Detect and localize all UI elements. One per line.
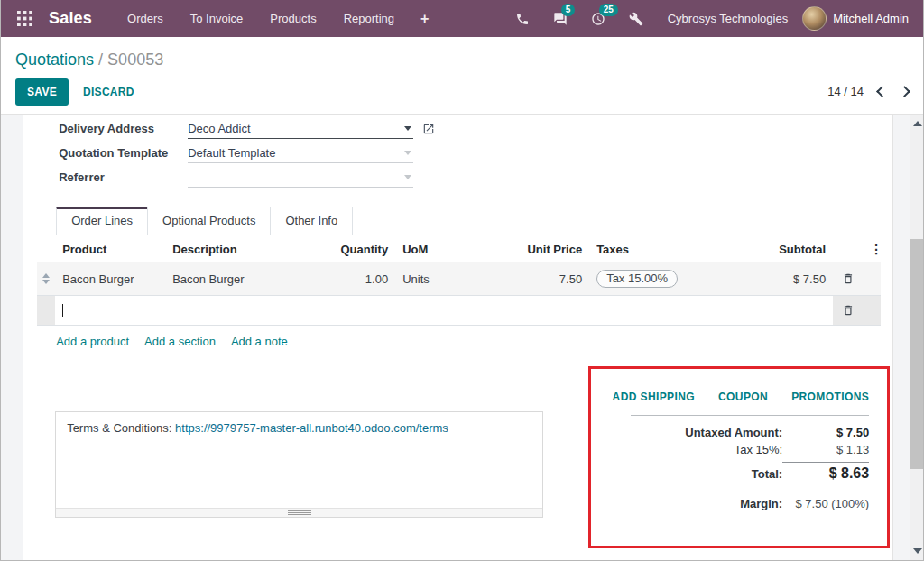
app-name[interactable]: Sales bbox=[49, 9, 92, 28]
add-a-product-link[interactable]: Add a product bbox=[56, 335, 129, 348]
user-avatar[interactable] bbox=[802, 6, 827, 31]
scroll-up-icon[interactable] bbox=[913, 121, 922, 126]
tab-optional-products[interactable]: Optional Products bbox=[147, 207, 271, 235]
phone-icon[interactable] bbox=[504, 12, 541, 26]
unit-price-column-header[interactable]: Unit Price bbox=[485, 235, 589, 262]
chevron-down-icon[interactable] bbox=[404, 175, 411, 179]
unit-price-cell[interactable]: 7.50 bbox=[485, 262, 589, 296]
delete-line-cell[interactable] bbox=[833, 262, 863, 296]
quotation-template-field[interactable]: Default Template bbox=[188, 143, 413, 163]
order-line-row[interactable]: Bacon Burger Bacon Burger 1.00 Units 7.5… bbox=[37, 262, 881, 296]
pager-previous-button[interactable] bbox=[876, 86, 888, 97]
add-a-note-link[interactable]: Add a note bbox=[231, 335, 288, 348]
plus-icon[interactable]: + bbox=[408, 0, 441, 37]
referrer-label: Referrer bbox=[59, 170, 188, 184]
add-shipping-button[interactable]: ADD SHIPPING bbox=[613, 391, 695, 403]
pager: 14 / 14 bbox=[827, 85, 909, 98]
subtotal-column-header[interactable]: Subtotal bbox=[698, 235, 833, 262]
nav-to-invoice[interactable]: To Invoice bbox=[177, 0, 257, 37]
activities-clock-icon[interactable]: 25 bbox=[579, 12, 617, 26]
notebook-tabs: Order Lines Optional Products Other Info bbox=[37, 207, 879, 235]
total-label: Total: bbox=[752, 467, 782, 481]
promotions-button[interactable]: PROMOTIONS bbox=[791, 391, 869, 403]
discard-button[interactable]: DISCARD bbox=[83, 86, 134, 98]
tab-other-info[interactable]: Other Info bbox=[270, 207, 353, 235]
company-switcher[interactable]: Cybrosys Technologies bbox=[668, 12, 788, 25]
new-line-input[interactable] bbox=[55, 296, 833, 326]
delivery-address-field[interactable]: Deco Addict bbox=[188, 119, 413, 139]
product-column-header[interactable]: Product bbox=[55, 235, 165, 262]
tax-value: $ 1.13 bbox=[782, 443, 869, 456]
app-window: Sales Orders To Invoice Products Reporti… bbox=[0, 0, 924, 561]
description-column-header[interactable]: Description bbox=[165, 235, 278, 262]
drag-handle-cell[interactable] bbox=[37, 262, 55, 296]
untaxed-amount-row: Untaxed Amount: $ 7.50 bbox=[591, 424, 869, 441]
trash-icon[interactable] bbox=[840, 304, 855, 317]
control-panel: SAVE DISCARD 14 / 14 bbox=[1, 75, 923, 115]
nav-reporting[interactable]: Reporting bbox=[330, 0, 408, 37]
apps-grid-icon[interactable] bbox=[12, 11, 38, 26]
terms-label: Terms & Conditions: bbox=[67, 421, 171, 435]
uom-cell[interactable]: Units bbox=[395, 262, 485, 296]
resize-handle[interactable] bbox=[56, 508, 542, 517]
chevron-down-icon[interactable] bbox=[404, 126, 411, 131]
totals-action-buttons: ADD SHIPPING COUPON PROMOTIONS bbox=[591, 387, 869, 403]
scrollbar-thumb[interactable] bbox=[910, 239, 923, 469]
taxes-cell[interactable]: Tax 15.00% bbox=[589, 262, 698, 296]
drag-handle-icon[interactable] bbox=[44, 273, 48, 284]
open-record-icon[interactable] bbox=[422, 123, 435, 135]
tab-order-lines[interactable]: Order Lines bbox=[56, 207, 148, 235]
delete-line-cell[interactable] bbox=[833, 296, 863, 326]
delivery-address-value[interactable]: Deco Addict bbox=[188, 122, 404, 135]
trash-column-header bbox=[833, 235, 863, 262]
optional-columns-icon[interactable]: ⋮ bbox=[863, 235, 881, 262]
list-add-links: Add a product Add a section Add a note bbox=[37, 326, 879, 348]
taxes-column-header[interactable]: Taxes bbox=[589, 235, 698, 262]
terms-url-link[interactable]: https://9979757-master-all.runbot40.odoo… bbox=[175, 421, 448, 435]
drag-handle-cell bbox=[37, 296, 55, 326]
bottom-section: Terms & Conditions: https://9979757-mast… bbox=[37, 348, 879, 561]
nav-products[interactable]: Products bbox=[256, 0, 329, 37]
quotation-template-value[interactable]: Default Template bbox=[188, 146, 404, 160]
optional-cell bbox=[863, 296, 881, 326]
breadcrumb-quotations-link[interactable]: Quotations bbox=[15, 51, 94, 69]
description-cell[interactable]: Bacon Burger bbox=[165, 262, 278, 296]
product-cell[interactable]: Bacon Burger bbox=[55, 262, 165, 296]
referrer-field[interactable] bbox=[188, 168, 413, 188]
optional-cell bbox=[863, 262, 881, 296]
margin-label: Margin: bbox=[740, 497, 782, 510]
subtotal-cell: $ 7.50 bbox=[698, 262, 833, 296]
terms-and-conditions-box[interactable]: Terms & Conditions: https://9979757-mast… bbox=[55, 411, 543, 518]
total-value: $ 8.63 bbox=[782, 462, 869, 482]
delivery-address-label: Delivery Address bbox=[59, 122, 188, 135]
new-line-row[interactable] bbox=[37, 296, 881, 326]
tax-row: Tax 15%: $ 1.13 bbox=[591, 441, 869, 458]
trash-icon[interactable] bbox=[840, 272, 855, 285]
scroll-down-icon[interactable] bbox=[913, 548, 922, 554]
totals-divider bbox=[631, 415, 869, 416]
tax-badge[interactable]: Tax 15.00% bbox=[596, 270, 678, 288]
margin-value: $ 7.50 (100%) bbox=[782, 497, 869, 510]
quotation-template-label: Quotation Template bbox=[59, 146, 188, 160]
messages-icon[interactable]: 5 bbox=[541, 12, 579, 26]
referrer-row: Referrer bbox=[59, 165, 879, 189]
margin-row: Margin: $ 7.50 (100%) bbox=[591, 495, 869, 512]
add-a-section-link[interactable]: Add a section bbox=[144, 335, 216, 348]
pager-next-button[interactable] bbox=[899, 86, 910, 97]
uom-column-header[interactable]: UoM bbox=[395, 235, 485, 262]
quantity-column-header[interactable]: Quantity bbox=[278, 235, 395, 262]
chevron-down-icon[interactable] bbox=[404, 151, 411, 155]
delivery-address-row: Delivery Address Deco Addict bbox=[59, 116, 879, 141]
tools-icon[interactable] bbox=[617, 12, 655, 26]
user-menu[interactable]: Mitchell Admin bbox=[833, 12, 909, 25]
coupon-button[interactable]: COUPON bbox=[718, 391, 768, 403]
nav-orders[interactable]: Orders bbox=[114, 0, 177, 37]
breadcrumb-separator: / bbox=[98, 51, 103, 69]
breadcrumb: Quotations / S00053 bbox=[1, 37, 923, 75]
vertical-scrollbar[interactable] bbox=[910, 115, 923, 560]
left-gutter bbox=[1, 115, 23, 560]
form-view: Delivery Address Deco Addict Quotation T… bbox=[1, 115, 923, 560]
save-button[interactable]: SAVE bbox=[15, 78, 69, 106]
text-cursor bbox=[62, 304, 63, 317]
quantity-cell[interactable]: 1.00 bbox=[278, 262, 395, 296]
